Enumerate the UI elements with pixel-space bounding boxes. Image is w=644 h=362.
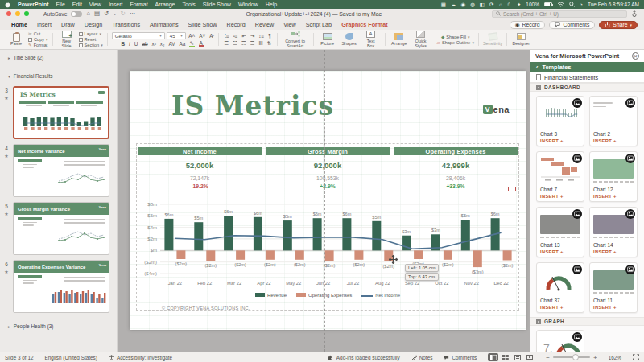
close-window-button[interactable] xyxy=(6,11,11,16)
group-people-health[interactable]: ▸ People Health (3) xyxy=(0,321,117,331)
slide-thumbnail-row-4[interactable]: 4★Net Income VarianceVena xyxy=(0,144,114,197)
italic-button[interactable]: I xyxy=(128,41,132,47)
cloud-icon[interactable]: ☁ xyxy=(451,2,456,8)
sync-icon[interactable]: ⟳ xyxy=(489,2,493,8)
clear-format-button[interactable]: A̷ xyxy=(208,33,214,39)
layout-button[interactable]: Layout▾ xyxy=(79,31,103,36)
insert-link[interactable]: INSERT + xyxy=(593,194,634,199)
reset-button[interactable]: Reset xyxy=(79,37,103,42)
numbering-button[interactable]: ¹≡ xyxy=(232,33,239,39)
designer-button[interactable]: Designer xyxy=(511,33,530,47)
align-right-button[interactable]: ☴ xyxy=(241,40,248,47)
align-center-button[interactable]: ☱ xyxy=(232,40,239,47)
image-preview-icon[interactable] xyxy=(572,332,582,342)
copy-button[interactable]: Copy▾ xyxy=(28,37,48,42)
autosave-toggle[interactable] xyxy=(71,11,82,17)
decrease-font-button[interactable]: A˅ xyxy=(198,33,207,39)
bluetooth-icon[interactable]: ✦ xyxy=(517,2,521,8)
slide-title-text[interactable]: IS Metrics xyxy=(171,90,334,121)
zoom-slider[interactable] xyxy=(553,356,590,358)
slide-canvas[interactable]: IS Metrics V ena Net Income52,000k72,147… xyxy=(130,71,526,330)
highlight-color-button[interactable]: ✎ xyxy=(188,40,196,47)
menubar-item-tools[interactable]: Tools xyxy=(183,2,196,7)
chat-icon[interactable]: ◧ xyxy=(480,2,485,8)
template-card-chart-12[interactable]: Chart 12INSERT + xyxy=(589,151,638,202)
record-button[interactable]: ◉Record xyxy=(510,21,546,29)
save-icon[interactable]: ▤ xyxy=(94,10,100,17)
template-card-chart-14[interactable]: Chart 14INSERT + xyxy=(589,207,638,257)
font-name-select[interactable]: Gelasio▾ xyxy=(112,32,165,39)
increase-font-button[interactable]: A˄ xyxy=(188,33,196,39)
menubar-item-edit[interactable]: Edit xyxy=(72,2,82,7)
slide-thumbnail-row-3[interactable]: 3★IS Metrics xyxy=(0,86,114,139)
slide-thumbnail[interactable]: Gross Margin VarianceVena xyxy=(13,202,109,255)
slide-sorter-view-button[interactable] xyxy=(500,353,510,361)
insert-link[interactable]: INSERT + xyxy=(593,249,634,254)
metric-cards-row[interactable]: Net Income52,000k72,147k-19.2%Gross Marg… xyxy=(138,147,518,189)
template-card-chart-11[interactable]: Chart 11INSERT + xyxy=(589,262,638,313)
tab-draw[interactable]: Draw xyxy=(56,21,80,28)
outdent-button[interactable]: ⇤ xyxy=(241,33,247,39)
image-preview-icon[interactable] xyxy=(572,98,582,108)
moon-icon[interactable]: ☾ xyxy=(507,2,512,8)
text-direction-button[interactable]: ¶ xyxy=(267,33,272,39)
underline-button[interactable]: U xyxy=(133,41,139,47)
shape-fill-button[interactable]: ◆Shape Fill▾ xyxy=(441,35,470,39)
image-preview-icon[interactable] xyxy=(572,265,582,274)
home-icon[interactable]: ⌂ xyxy=(86,10,90,17)
menubar-item-help[interactable]: Help xyxy=(266,2,277,7)
group-financial-results[interactable]: ▾ Financial Results xyxy=(0,71,117,81)
menubar-app-name[interactable]: PowerPoint xyxy=(18,2,49,7)
undo-dropdown-icon[interactable]: ⌄ xyxy=(113,12,116,16)
insert-link[interactable]: INSERT + xyxy=(540,305,580,310)
menubar-clock[interactable]: Tue Feb 6 8:59:42 AM xyxy=(588,2,639,7)
menubar-item-file[interactable]: File xyxy=(56,2,65,7)
slide-thumbnail-row-5[interactable]: 5★Gross Margin VarianceVena xyxy=(0,202,114,255)
cut-button[interactable]: ✂Cut xyxy=(28,31,48,36)
slide-thumbnail[interactable]: IS Metrics xyxy=(13,86,109,139)
insert-link[interactable]: INSERT + xyxy=(593,305,634,310)
justify-button[interactable]: ☲ xyxy=(249,40,256,47)
section-button[interactable]: Section▾ xyxy=(79,43,103,47)
indent-button[interactable]: ⇥ xyxy=(249,33,255,39)
bold-button[interactable]: B xyxy=(120,41,126,47)
subscript-button[interactable]: x₂ xyxy=(159,41,166,47)
menubar-item-insert[interactable]: Insert xyxy=(109,2,123,7)
normal-view-button[interactable] xyxy=(488,353,498,361)
share-icon[interactable] xyxy=(631,10,638,18)
template-card[interactable]: 7. INSERT + xyxy=(536,330,584,352)
format-painter-button[interactable]: ✎Format xyxy=(28,43,48,47)
metric-card-0[interactable]: Net Income52,000k72,147k-19.2% xyxy=(138,147,262,189)
spotlight-icon[interactable] xyxy=(569,2,575,7)
comments-statusbar-button[interactable]: Comments xyxy=(444,355,477,360)
font-size-select[interactable]: 45▾ xyxy=(167,32,186,39)
image-preview-icon[interactable] xyxy=(625,98,635,108)
image-preview-icon[interactable] xyxy=(625,154,635,163)
redo-icon[interactable]: ↻ xyxy=(121,10,126,17)
reading-view-button[interactable] xyxy=(512,353,522,361)
insert-link[interactable]: INSERT + xyxy=(540,194,580,199)
apple-icon[interactable] xyxy=(5,2,10,8)
fit-slide-button[interactable] xyxy=(633,354,639,360)
templates-back-bar[interactable]: ‹ Templates xyxy=(530,62,644,72)
slideshow-view-button[interactable] xyxy=(524,353,535,361)
undo-icon[interactable]: ↺ xyxy=(104,10,109,17)
image-preview-icon[interactable] xyxy=(572,154,582,163)
character-spacing-button[interactable]: A︎V xyxy=(167,41,176,47)
vena-logo[interactable]: V ena xyxy=(483,105,510,114)
menubar-item-arrange[interactable]: Arrange xyxy=(155,2,175,7)
image-preview-icon[interactable] xyxy=(572,209,582,219)
text-box-button[interactable]: AText Box xyxy=(361,31,381,49)
superscript-button[interactable]: x² xyxy=(151,41,157,47)
more-commands-icon[interactable]: ⋯ xyxy=(130,10,136,17)
financials-chart[interactable]: $8m$6m$4m$2m$m($2m)($4m)$6m($2m)Jan 22$5… xyxy=(136,198,521,293)
image-preview-icon[interactable] xyxy=(625,209,635,219)
minimize-window-button[interactable] xyxy=(15,11,20,16)
sensitivity-button[interactable]: Sensitivity xyxy=(483,33,502,47)
accessibility-button[interactable]: Accessibility: Investigate xyxy=(109,355,172,360)
shapes-button[interactable]: Shapes xyxy=(340,33,359,47)
line-spacing-button[interactable]: ↕≡ xyxy=(258,33,266,39)
metric-card-2[interactable]: Operating Expenses42,999k28,406k+33.9% xyxy=(394,147,518,189)
paste-button[interactable]: Paste xyxy=(6,33,26,47)
shape-outline-button[interactable]: ▱Shape Outline▾ xyxy=(437,40,474,45)
